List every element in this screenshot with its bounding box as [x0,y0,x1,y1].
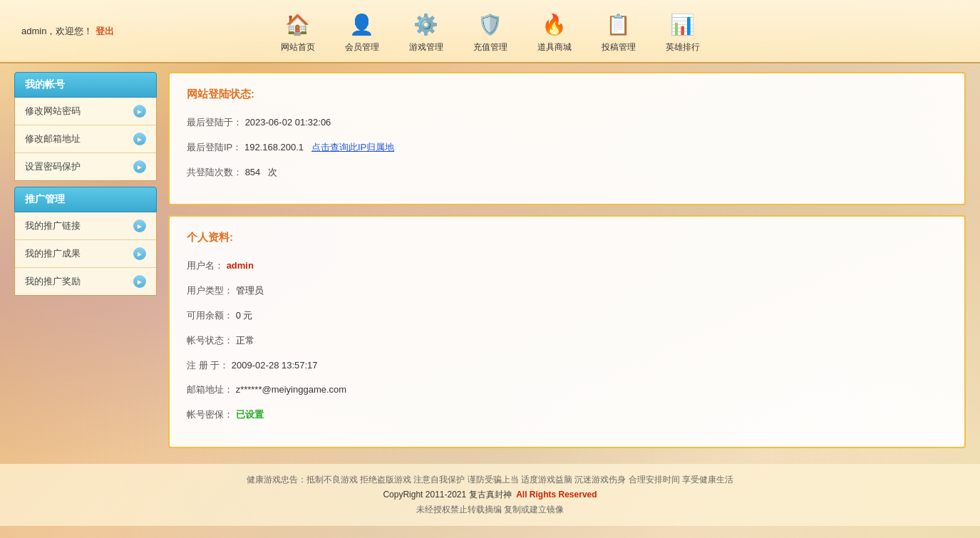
profile-panel: 个人资料: 用户名： admin 用户类型： 管理员 可用余额： 0 元 帐号状… [168,215,966,448]
sidebar: 我的帐号 修改网站密码 ► 修改邮箱地址 ► 设置密码保护 ► 推广管理 我的推… [14,72,157,448]
profile-title: 个人资料: [187,231,947,247]
sidebar-item-change-password-label: 修改网站密码 [25,105,81,118]
login-count: 854 [245,167,261,177]
sidebar-item-promo-link[interactable]: 我的推广链接 ► [15,212,156,240]
ip-link[interactable]: 点击查询此IP归属地 [311,142,394,152]
sidebar-item-promo-link-label: 我的推广链接 [25,219,81,232]
rank-nav-label: 英雄排行 [666,41,700,53]
home-icon: 🏠 [282,9,314,40]
nav-item-rank[interactable]: 📊英雄排行 [654,6,711,56]
sidebar-item-promo-reward[interactable]: 我的推广奖励 ► [15,268,156,295]
register-date-value: 2009-02-28 13:57:17 [232,360,318,371]
last-login-time: 2023-06-02 01:32:06 [245,117,331,128]
password-protect-label: 帐号密保： [187,409,233,420]
submit-icon: 📋 [603,9,634,40]
balance-row: 可用余额： 0 元 [187,309,947,324]
content-area: 网站登陆状态: 最后登陆于： 2023-06-02 01:32:06 最后登陆I… [168,72,966,448]
username-row: 用户名： admin [187,259,947,274]
login-count-unit: 次 [268,167,277,177]
login-status-panel: 网站登陆状态: 最后登陆于： 2023-06-02 01:32:06 最后登陆I… [168,72,966,205]
user-info: admin，欢迎您！ 登出 [21,25,114,38]
footer-copyright: CopyRight 2011-2021 复古真封神 All Rights Res… [0,489,980,501]
password-protect-row: 帐号密保： 已设置 [187,408,947,423]
footer: 健康游戏忠告：抵制不良游戏 拒绝盗版游戏 注意自我保护 谨防受骗上当 适度游戏益… [0,464,980,526]
submit-nav-label: 投稿管理 [602,41,636,53]
sidebar-section1-menu: 修改网站密码 ► 修改邮箱地址 ► 设置密码保护 ► [14,98,157,181]
header: admin，欢迎您！ 登出 🏠网站首页👤会员管理⚙️游戏管理🛡️充值管理🔥道具商… [0,0,980,63]
username-label: 用户名： [187,260,224,271]
balance-label: 可用余额： [187,310,233,321]
sidebar-item-promo-reward-label: 我的推广奖励 [25,275,81,288]
last-login-row: 最后登陆于： 2023-06-02 01:32:06 [187,115,947,130]
balance-value: 0 元 [236,310,253,321]
email-row: 邮箱地址： z******@meiyinggame.com [187,383,947,398]
member-nav-label: 会员管理 [345,41,379,53]
greeting-text: admin，欢迎您！ [21,26,93,36]
nav-item-recharge[interactable]: 🛡️充值管理 [462,6,519,56]
account-status-value: 正常 [236,335,254,346]
footer-warning: 健康游戏忠告：抵制不良游戏 拒绝盗版游戏 注意自我保护 谨防受骗上当 适度游戏益… [0,474,980,486]
recharge-nav-label: 充值管理 [473,41,507,53]
game-nav-label: 游戏管理 [409,41,443,53]
sidebar-item-change-password[interactable]: 修改网站密码 ► [15,98,156,125]
sidebar-item-promo-result-label: 我的推广成果 [25,247,81,260]
sidebar-item-promo-result[interactable]: 我的推广成果 ► [15,240,156,268]
header-inner: admin，欢迎您！ 登出 🏠网站首页👤会员管理⚙️游戏管理🛡️充值管理🔥道具商… [0,6,980,56]
nav-item-home[interactable]: 🏠网站首页 [269,6,326,56]
email-label: 邮箱地址： [187,384,233,395]
sidebar-section2-menu: 我的推广链接 ► 我的推广成果 ► 我的推广奖励 ► [14,212,157,296]
sidebar-arrow-3: ► [133,160,146,173]
footer-no-copy: 未经授权禁止转载摘编 复制或建立镜像 [0,504,980,516]
rank-icon: 📊 [667,9,698,40]
sidebar-item-password-protect-label: 设置密码保护 [25,160,81,173]
last-login-ip-label: 最后登陆IP： [187,142,242,152]
register-date-label: 注 册 于： [187,360,229,371]
copyright-highlight: All Rights Reserved [516,490,597,500]
recharge-icon: 🛡️ [475,9,506,40]
username-value: admin [227,260,254,271]
last-login-label: 最后登陆于： [187,117,242,128]
last-login-ip-row: 最后登陆IP： 192.168.200.1 点击查询此IP归属地 [187,140,947,155]
sidebar-arrow-2: ► [133,133,146,145]
password-protect-value: 已设置 [236,409,264,420]
shop-nav-label: 道具商城 [537,41,572,53]
nav-item-submit[interactable]: 📋投稿管理 [590,6,647,56]
member-icon: 👤 [346,9,378,40]
logout-link[interactable]: 登出 [96,26,114,36]
sidebar-item-change-email-label: 修改邮箱地址 [25,133,81,145]
nav-item-shop[interactable]: 🔥道具商城 [526,6,583,56]
nav-items: 🏠网站首页👤会员管理⚙️游戏管理🛡️充值管理🔥道具商城📋投稿管理📊英雄排行 [269,6,711,56]
account-status-row: 帐号状态： 正常 [187,333,947,348]
user-type-value: 管理员 [236,285,264,296]
register-date-row: 注 册 于： 2009-02-28 13:57:17 [187,358,947,373]
sidebar-item-password-protect[interactable]: 设置密码保护 ► [15,153,156,180]
sidebar-arrow-5: ► [133,247,146,260]
email-value: z******@meiyinggame.com [236,384,347,395]
sidebar-arrow-4: ► [133,219,146,232]
main-container: 我的帐号 修改网站密码 ► 修改邮箱地址 ► 设置密码保护 ► 推广管理 我的推… [0,63,980,457]
home-nav-label: 网站首页 [281,41,315,53]
account-status-label: 帐号状态： [187,335,233,346]
user-type-row: 用户类型： 管理员 [187,284,947,299]
shop-icon: 🔥 [539,9,570,40]
last-login-ip: 192.168.200.1 [244,142,304,152]
sidebar-section2-title: 推广管理 [14,187,157,212]
sidebar-arrow-1: ► [133,105,146,118]
sidebar-arrow-6: ► [133,275,146,288]
login-count-label: 共登陆次数： [187,167,242,177]
game-icon: ⚙️ [411,9,442,40]
sidebar-item-change-email[interactable]: 修改邮箱地址 ► [15,125,156,153]
user-type-label: 用户类型： [187,285,233,296]
copyright-prefix: CopyRight 2011-2021 复古真封神 [383,490,511,500]
sidebar-section1-title: 我的帐号 [14,72,157,98]
login-status-title: 网站登陆状态: [187,88,947,104]
nav-item-member[interactable]: 👤会员管理 [334,6,391,56]
nav-item-game[interactable]: ⚙️游戏管理 [398,6,455,56]
login-count-row: 共登陆次数： 854 次 [187,165,947,180]
